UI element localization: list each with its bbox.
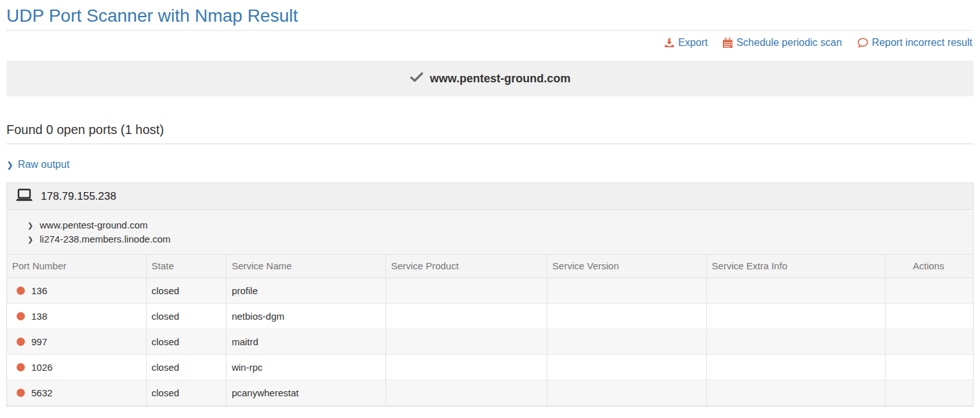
report-label: Report incorrect result xyxy=(872,37,972,49)
column-header-service-name: Service Name xyxy=(226,255,386,278)
chevron-right-icon: ❯ xyxy=(27,222,33,229)
port-state: closed xyxy=(146,278,226,303)
port-state: closed xyxy=(146,303,226,329)
service-name: pcanywherestat xyxy=(226,380,386,405)
table-row: 997 closed maitrd xyxy=(7,329,973,354)
column-header-port-number: Port Number xyxy=(7,255,146,278)
table-row: 136 closed profile xyxy=(7,278,973,303)
comment-icon xyxy=(858,38,868,48)
column-header-service-product: Service Product xyxy=(385,255,547,278)
table-row: 138 closed netbios-dgm xyxy=(7,303,973,329)
ports-table: Port Number State Service Name Service P… xyxy=(7,255,973,406)
row-actions xyxy=(885,278,973,303)
port-state: closed xyxy=(146,329,226,354)
service-product xyxy=(385,380,547,405)
raw-output-toggle[interactable]: ❯ Raw output xyxy=(6,159,70,170)
service-version xyxy=(547,380,706,405)
report-incorrect-result-button[interactable]: Report incorrect result xyxy=(858,37,972,49)
table-row: 5632 closed pcanywherestat xyxy=(7,380,973,405)
port-state: closed xyxy=(146,354,226,380)
summary-heading: Found 0 open ports (1 host) xyxy=(6,122,974,144)
closed-status-dot xyxy=(17,389,25,397)
closed-status-dot xyxy=(17,287,25,295)
port-number: 1026 xyxy=(31,362,52,373)
service-name: profile xyxy=(226,278,386,303)
toolbar: Export Schedule periodic scan Report inc… xyxy=(6,35,974,50)
calendar-icon xyxy=(723,38,732,48)
export-button[interactable]: Export xyxy=(664,37,708,49)
column-header-service-extra-info: Service Extra Info xyxy=(706,255,885,278)
port-number: 997 xyxy=(31,336,47,347)
column-header-service-version: Service Version xyxy=(547,255,706,278)
target-hostname: www.pentest-ground.com xyxy=(430,72,570,86)
row-actions xyxy=(885,329,973,354)
raw-output-label: Raw output xyxy=(18,159,70,170)
host-ip: 178.79.155.238 xyxy=(41,190,116,203)
service-extra-info xyxy=(706,329,885,354)
row-actions xyxy=(885,354,973,380)
schedule-label: Schedule periodic scan xyxy=(736,37,842,49)
export-label: Export xyxy=(678,37,708,49)
row-actions xyxy=(885,380,973,405)
service-product xyxy=(385,329,547,354)
service-version xyxy=(547,278,706,303)
chevron-right-icon: ❯ xyxy=(27,236,33,243)
schedule-periodic-scan-button[interactable]: Schedule periodic scan xyxy=(723,37,842,49)
service-extra-info xyxy=(706,278,885,303)
service-extra-info xyxy=(706,354,885,380)
table-row: 1026 closed win-rpc xyxy=(7,354,973,380)
service-name: win-rpc xyxy=(226,354,386,380)
laptop-icon xyxy=(16,188,33,205)
host-panel-header: 178.79.155.238 xyxy=(7,183,973,210)
table-header-row: Port Number State Service Name Service P… xyxy=(7,255,973,278)
target-banner: www.pentest-ground.com xyxy=(6,61,974,96)
column-header-state: State xyxy=(146,255,226,278)
download-icon xyxy=(664,38,674,48)
port-number: 138 xyxy=(31,311,47,322)
service-name: maitrd xyxy=(226,329,386,354)
check-icon xyxy=(410,71,424,86)
closed-status-dot xyxy=(17,338,25,346)
service-version xyxy=(547,354,706,380)
port-state: closed xyxy=(146,380,226,405)
service-product xyxy=(385,354,547,380)
service-version xyxy=(547,329,706,354)
port-number: 5632 xyxy=(31,387,52,398)
service-extra-info xyxy=(706,303,885,329)
hostname-label: li274-238.members.linode.com xyxy=(40,232,170,246)
port-number: 136 xyxy=(31,285,47,296)
row-actions xyxy=(885,303,973,329)
service-extra-info xyxy=(706,380,885,405)
hostname-item[interactable]: ❯ li274-238.members.linode.com xyxy=(27,232,964,246)
service-product xyxy=(385,278,547,303)
host-panel: 178.79.155.238 ❯ www.pentest-ground.com … xyxy=(6,183,974,407)
chevron-right-icon: ❯ xyxy=(6,161,13,169)
service-name: netbios-dgm xyxy=(226,303,386,329)
closed-status-dot xyxy=(17,363,25,371)
service-product xyxy=(385,303,547,329)
hostnames-list: ❯ www.pentest-ground.com ❯ li274-238.mem… xyxy=(7,210,973,255)
page-title: UDP Port Scanner with Nmap Result xyxy=(6,5,974,31)
hostname-label: www.pentest-ground.com xyxy=(40,218,147,232)
hostname-item[interactable]: ❯ www.pentest-ground.com xyxy=(27,218,964,232)
closed-status-dot xyxy=(17,312,25,320)
service-version xyxy=(547,303,706,329)
column-header-actions: Actions xyxy=(885,255,973,278)
